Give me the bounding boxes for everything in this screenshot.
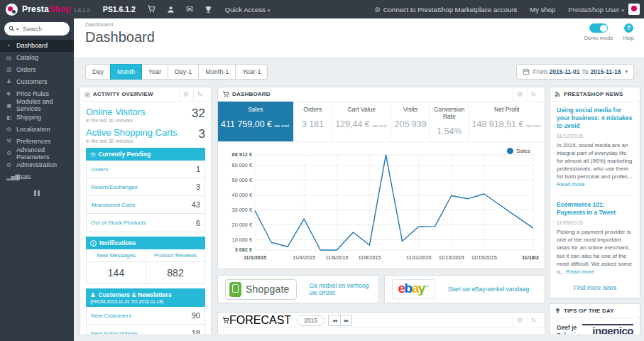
sidebar-item-localization[interactable]: ◍Localization: [0, 124, 74, 136]
chart-legend-sales[interactable]: Sales: [507, 148, 530, 154]
refresh-icon[interactable]: ↻: [527, 314, 540, 327]
svg-text:20 000 €: 20 000 €: [232, 222, 252, 228]
svg-text:50 000 €: 50 000 €: [232, 177, 252, 183]
kpi-value: 3 181: [302, 119, 324, 129]
gear-icon[interactable]: ⚙: [513, 88, 527, 101]
sidebar-item-administration[interactable]: ⚙Administration: [0, 159, 74, 171]
date-filter-bar: Day Month Year Day-1 Month-1 Year-1 From…: [74, 58, 644, 80]
sidebar-search[interactable]: ▾: [4, 22, 70, 36]
cart-icon[interactable]: [147, 5, 155, 13]
sales-chart: 11/1/201511/4/201511/6/201511/8/201511/1…: [218, 142, 545, 269]
gear-icon[interactable]: ⚙: [513, 314, 527, 327]
online-visitors-link[interactable]: Online Visitors: [86, 107, 205, 117]
filter-year-button[interactable]: Year: [141, 64, 168, 80]
tips-panel-title: TIPS OF THE DAY: [564, 308, 614, 314]
user-avatar[interactable]: [628, 4, 640, 15]
gear-icon[interactable]: ⚙: [179, 88, 193, 101]
search-input[interactable]: [21, 25, 61, 33]
filter-year-1-button[interactable]: Year-1: [235, 64, 268, 80]
my-shop-link[interactable]: My shop: [530, 6, 555, 13]
sidebar-item-catalog[interactable]: ▤Catalog: [0, 52, 74, 64]
news-article-title[interactable]: Ecommerce 101: Payments in a Tweet: [557, 201, 633, 217]
new-subscriptions-value: 18: [192, 329, 200, 334]
kpi-sales[interactable]: Sales 411 759,00 € tax excl.: [218, 102, 294, 141]
filter-month-button[interactable]: Month: [110, 64, 142, 80]
returns-link[interactable]: Return/Exchanges: [91, 184, 138, 190]
quick-access-menu[interactable]: Quick Access▾: [225, 6, 271, 13]
kpi-visits[interactable]: Visits 205 939: [391, 102, 430, 141]
sidebar-item-label: Administration: [16, 161, 57, 168]
sales-line-chart: 11/1/201511/4/201511/6/201511/8/201511/1…: [222, 145, 539, 264]
filter-day-1-button[interactable]: Day-1: [168, 64, 199, 80]
filter-day-button[interactable]: Day: [85, 64, 111, 80]
pending-orders-link[interactable]: Orders: [91, 166, 108, 173]
alert-icon: !: [90, 240, 97, 247]
sidebar-item-label: Orders: [16, 66, 36, 73]
currently-pending-header: ◷Currently Pending: [86, 148, 205, 161]
read-more-link[interactable]: Read more: [566, 269, 594, 275]
help-icon[interactable]: ?: [624, 23, 633, 33]
new-messages-link[interactable]: New Messages: [87, 249, 146, 262]
active-carts-value: 3: [199, 127, 205, 141]
find-more-news-link[interactable]: Find more news: [557, 284, 633, 291]
sidebar-item-label: Catalog: [16, 54, 38, 61]
svg-text:3 082 €: 3 082 €: [235, 247, 252, 253]
kpi-value: 1.54%: [437, 126, 462, 136]
product-reviews-link[interactable]: Product Reviews: [146, 249, 204, 262]
new-customers-link[interactable]: New Customers: [91, 313, 131, 319]
sidebar-item-shipping[interactable]: ◧Shipping: [0, 112, 74, 124]
sidebar-item-advanced-parameters[interactable]: ⚙Advanced Parameters: [0, 147, 74, 159]
user-menu[interactable]: PrestaShop User▾: [568, 6, 624, 13]
clock-icon: ◷: [90, 151, 95, 158]
main-content: Dashboard Dashboard Demo mode ? Help Day…: [74, 18, 644, 341]
chevron-down-icon: ▾: [268, 8, 271, 13]
demo-mode-toggle[interactable]: [589, 23, 608, 33]
kpi-cart-value[interactable]: Cart Value 129,44 € tax excl.: [332, 102, 391, 141]
ebay-link[interactable]: Start uw eBay-winkel vandaag: [448, 286, 529, 293]
sidebar-item-label: Price Rules: [16, 90, 49, 97]
online-visitors-value: 32: [192, 107, 205, 121]
sidebar-item-modules-and-services[interactable]: ▣Modules and Services: [0, 99, 74, 112]
date-range-picker[interactable]: From2015-11-01 To2015-11-18 ▾: [516, 64, 634, 80]
abandoned-carts-link[interactable]: Abandoned Carts: [91, 202, 135, 208]
search-scope-caret[interactable]: ▾: [16, 26, 18, 31]
out-of-stock-link[interactable]: Out of Stock Products: [91, 220, 146, 226]
divider: [557, 195, 633, 195]
sidebar-item-dashboard[interactable]: ◔Dashboard: [0, 40, 74, 52]
activity-icon: ◎: [84, 91, 90, 98]
refresh-icon[interactable]: ↻: [527, 88, 540, 101]
sidebar-item-customers[interactable]: ♟Customers: [0, 75, 74, 87]
brand-name: PrestaShop: [22, 4, 71, 14]
kpi-conversion-rate[interactable]: Conversion Rate 1.54%: [430, 102, 469, 141]
refresh-icon[interactable]: ↻: [193, 88, 207, 101]
kpi-value: 129,44 €: [335, 119, 370, 129]
news-article-title[interactable]: Using social media for your business: 4 …: [557, 107, 633, 130]
sidebar-item-label: Dashboard: [16, 42, 48, 49]
person-icon[interactable]: [167, 6, 175, 13]
sidebar-item-stats[interactable]: ▂▅▇Stats: [0, 171, 74, 183]
sidebar-item-label: Stats: [16, 173, 31, 180]
active-carts-link[interactable]: Active Shopping Carts: [86, 127, 205, 138]
shopgate-brand: Shopgate: [246, 283, 290, 295]
new-customers-value: 90: [192, 311, 200, 320]
read-more-link[interactable]: Read more: [557, 181, 585, 188]
shopgate-link[interactable]: Ga mobiel en verhoog uw omzet: [310, 282, 371, 296]
svg-text:66 912 €: 66 912 €: [232, 151, 252, 158]
trophy-icon[interactable]: [204, 6, 212, 13]
sidebar-item-orders[interactable]: ▥Orders: [0, 64, 74, 76]
kpi-orders[interactable]: Orders 3 181: [294, 102, 333, 141]
new-subscriptions-link[interactable]: New Subscriptions: [91, 330, 138, 335]
table-row: Out of Stock Products6: [87, 214, 204, 232]
kpi-net-profit[interactable]: Net Profit 148 918,51 € tax excl.: [469, 102, 545, 141]
table-row: New Customers90: [87, 307, 204, 325]
globe-icon: ◍: [6, 126, 16, 132]
svg-text:11/8/2015: 11/8/2015: [358, 254, 381, 261]
forecast-prev-button[interactable]: ◀◀: [328, 315, 341, 326]
forecast-next-button[interactable]: ▶▶: [340, 315, 353, 326]
filter-month-1-button[interactable]: Month-1: [198, 64, 236, 80]
demo-mode-label: Demo mode: [584, 35, 613, 41]
marketplace-link[interactable]: ⊛Connect to PrestaShop Marketplace accou…: [374, 6, 517, 13]
table-row: Return/Exchanges3: [87, 178, 204, 196]
envelope-icon[interactable]: ✉: [186, 5, 193, 13]
sidebar-collapse-handle[interactable]: [33, 190, 41, 196]
